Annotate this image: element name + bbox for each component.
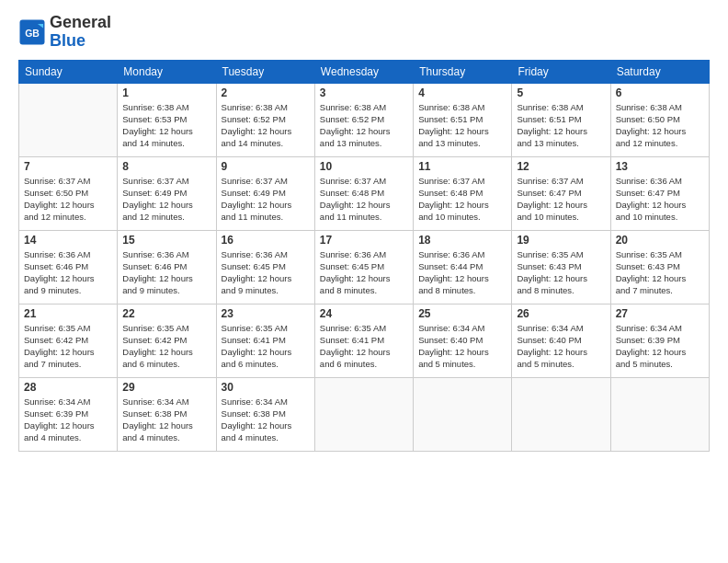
day-number: 19	[517, 234, 605, 247]
calendar-cell: 19Sunrise: 6:35 AM Sunset: 6:43 PM Dayli…	[512, 230, 610, 304]
day-number: 22	[122, 307, 210, 320]
day-number: 11	[418, 160, 506, 173]
day-number: 29	[122, 381, 210, 394]
day-number: 23	[222, 307, 310, 320]
day-info: Sunrise: 6:34 AM Sunset: 6:39 PM Dayligh…	[24, 396, 112, 444]
day-info: Sunrise: 6:35 AM Sunset: 6:41 PM Dayligh…	[320, 322, 408, 371]
day-number: 28	[24, 381, 112, 394]
day-info: Sunrise: 6:34 AM Sunset: 6:38 PM Dayligh…	[222, 396, 310, 444]
day-info: Sunrise: 6:36 AM Sunset: 6:46 PM Dayligh…	[122, 248, 210, 297]
day-number: 24	[320, 307, 408, 320]
day-info: Sunrise: 6:36 AM Sunset: 6:44 PM Dayligh…	[418, 248, 506, 297]
logo-icon: GB	[18, 18, 46, 46]
calendar-cell: 22Sunrise: 6:35 AM Sunset: 6:42 PM Dayli…	[118, 304, 216, 377]
calendar-cell: 29Sunrise: 6:34 AM Sunset: 6:38 PM Dayli…	[118, 377, 216, 451]
calendar-cell: 23Sunrise: 6:35 AM Sunset: 6:41 PM Dayli…	[216, 304, 314, 377]
calendar-table: SundayMondayTuesdayWednesdayThursdayFrid…	[18, 60, 710, 452]
day-number: 27	[616, 307, 704, 320]
day-info: Sunrise: 6:35 AM Sunset: 6:42 PM Dayligh…	[122, 322, 210, 371]
header-sunday: Sunday	[19, 60, 118, 83]
calendar-cell: 7Sunrise: 6:37 AM Sunset: 6:50 PM Daylig…	[19, 156, 118, 230]
week-row-0: 1Sunrise: 6:38 AM Sunset: 6:53 PM Daylig…	[19, 83, 710, 156]
logo-blue-text: Blue	[50, 32, 111, 51]
calendar-cell: 15Sunrise: 6:36 AM Sunset: 6:46 PM Dayli…	[118, 230, 216, 304]
day-info: Sunrise: 6:36 AM Sunset: 6:46 PM Dayligh…	[24, 248, 112, 297]
day-number: 10	[320, 160, 408, 173]
calendar-cell: 21Sunrise: 6:35 AM Sunset: 6:42 PM Dayli…	[19, 304, 118, 377]
day-number: 25	[418, 307, 506, 320]
day-info: Sunrise: 6:37 AM Sunset: 6:49 PM Dayligh…	[222, 175, 310, 224]
day-info: Sunrise: 6:36 AM Sunset: 6:47 PM Dayligh…	[616, 175, 704, 224]
calendar-cell: 18Sunrise: 6:36 AM Sunset: 6:44 PM Dayli…	[414, 230, 512, 304]
svg-text:GB: GB	[25, 27, 40, 38]
calendar-cell: 27Sunrise: 6:34 AM Sunset: 6:39 PM Dayli…	[610, 304, 709, 377]
day-info: Sunrise: 6:37 AM Sunset: 6:50 PM Dayligh…	[24, 175, 112, 224]
day-number: 6	[616, 86, 704, 99]
calendar-cell: 9Sunrise: 6:37 AM Sunset: 6:49 PM Daylig…	[216, 156, 314, 230]
day-number: 7	[24, 160, 112, 173]
day-info: Sunrise: 6:35 AM Sunset: 6:43 PM Dayligh…	[517, 248, 605, 297]
calendar-cell: 30Sunrise: 6:34 AM Sunset: 6:38 PM Dayli…	[216, 377, 314, 451]
day-number: 30	[222, 381, 310, 394]
calendar-cell: 2Sunrise: 6:38 AM Sunset: 6:52 PM Daylig…	[216, 83, 314, 156]
day-info: Sunrise: 6:34 AM Sunset: 6:40 PM Dayligh…	[418, 322, 506, 371]
calendar-cell: 28Sunrise: 6:34 AM Sunset: 6:39 PM Dayli…	[19, 377, 118, 451]
header-friday: Friday	[512, 60, 610, 83]
day-info: Sunrise: 6:35 AM Sunset: 6:43 PM Dayligh…	[616, 248, 704, 297]
calendar-cell: 26Sunrise: 6:34 AM Sunset: 6:40 PM Dayli…	[512, 304, 610, 377]
day-info: Sunrise: 6:34 AM Sunset: 6:39 PM Dayligh…	[616, 322, 704, 371]
calendar-cell: 17Sunrise: 6:36 AM Sunset: 6:45 PM Dayli…	[314, 230, 413, 304]
day-info: Sunrise: 6:38 AM Sunset: 6:53 PM Dayligh…	[122, 101, 210, 150]
day-info: Sunrise: 6:37 AM Sunset: 6:48 PM Dayligh…	[320, 175, 408, 224]
day-info: Sunrise: 6:37 AM Sunset: 6:48 PM Dayligh…	[418, 175, 506, 224]
day-number: 2	[222, 86, 310, 99]
calendar-body: 1Sunrise: 6:38 AM Sunset: 6:53 PM Daylig…	[19, 83, 710, 451]
day-number: 18	[418, 234, 506, 247]
week-row-1: 7Sunrise: 6:37 AM Sunset: 6:50 PM Daylig…	[19, 156, 710, 230]
day-number: 15	[122, 234, 210, 247]
calendar-cell: 13Sunrise: 6:36 AM Sunset: 6:47 PM Dayli…	[610, 156, 709, 230]
day-info: Sunrise: 6:36 AM Sunset: 6:45 PM Dayligh…	[320, 248, 408, 297]
header-saturday: Saturday	[610, 60, 709, 83]
calendar-cell: 8Sunrise: 6:37 AM Sunset: 6:49 PM Daylig…	[118, 156, 216, 230]
week-row-4: 28Sunrise: 6:34 AM Sunset: 6:39 PM Dayli…	[19, 377, 710, 451]
day-info: Sunrise: 6:34 AM Sunset: 6:40 PM Dayligh…	[517, 322, 605, 371]
calendar-cell: 11Sunrise: 6:37 AM Sunset: 6:48 PM Dayli…	[414, 156, 512, 230]
day-number: 20	[616, 234, 704, 247]
calendar-cell: 14Sunrise: 6:36 AM Sunset: 6:46 PM Dayli…	[19, 230, 118, 304]
day-number: 1	[122, 86, 210, 99]
day-info: Sunrise: 6:38 AM Sunset: 6:52 PM Dayligh…	[222, 101, 310, 150]
calendar-cell: 24Sunrise: 6:35 AM Sunset: 6:41 PM Dayli…	[314, 304, 413, 377]
calendar-cell: 4Sunrise: 6:38 AM Sunset: 6:51 PM Daylig…	[414, 83, 512, 156]
calendar-cell: 12Sunrise: 6:37 AM Sunset: 6:47 PM Dayli…	[512, 156, 610, 230]
day-number: 17	[320, 234, 408, 247]
calendar-cell: 16Sunrise: 6:36 AM Sunset: 6:45 PM Dayli…	[216, 230, 314, 304]
day-number: 8	[122, 160, 210, 173]
day-info: Sunrise: 6:34 AM Sunset: 6:38 PM Dayligh…	[122, 396, 210, 444]
calendar-cell: 6Sunrise: 6:38 AM Sunset: 6:50 PM Daylig…	[610, 83, 709, 156]
calendar-cell: 20Sunrise: 6:35 AM Sunset: 6:43 PM Dayli…	[610, 230, 709, 304]
day-info: Sunrise: 6:37 AM Sunset: 6:49 PM Dayligh…	[122, 175, 210, 224]
calendar-cell: 1Sunrise: 6:38 AM Sunset: 6:53 PM Daylig…	[118, 83, 216, 156]
day-number: 3	[320, 86, 408, 99]
day-number: 12	[517, 160, 605, 173]
week-row-3: 21Sunrise: 6:35 AM Sunset: 6:42 PM Dayli…	[19, 304, 710, 377]
day-info: Sunrise: 6:38 AM Sunset: 6:51 PM Dayligh…	[517, 101, 605, 150]
day-number: 5	[517, 86, 605, 99]
logo: GB General Blue	[18, 14, 111, 51]
calendar-header: SundayMondayTuesdayWednesdayThursdayFrid…	[19, 60, 710, 83]
calendar-cell	[414, 377, 512, 451]
header-wednesday: Wednesday	[314, 60, 413, 83]
calendar-cell	[314, 377, 413, 451]
day-number: 16	[222, 234, 310, 247]
day-info: Sunrise: 6:38 AM Sunset: 6:51 PM Dayligh…	[418, 101, 506, 150]
day-info: Sunrise: 6:37 AM Sunset: 6:47 PM Dayligh…	[517, 175, 605, 224]
logo-general-text: General	[50, 14, 111, 32]
day-info: Sunrise: 6:35 AM Sunset: 6:41 PM Dayligh…	[222, 322, 310, 371]
day-number: 26	[517, 307, 605, 320]
header-tuesday: Tuesday	[216, 60, 314, 83]
calendar-cell: 25Sunrise: 6:34 AM Sunset: 6:40 PM Dayli…	[414, 304, 512, 377]
calendar-cell	[19, 83, 118, 156]
day-number: 14	[24, 234, 112, 247]
calendar-cell: 10Sunrise: 6:37 AM Sunset: 6:48 PM Dayli…	[314, 156, 413, 230]
